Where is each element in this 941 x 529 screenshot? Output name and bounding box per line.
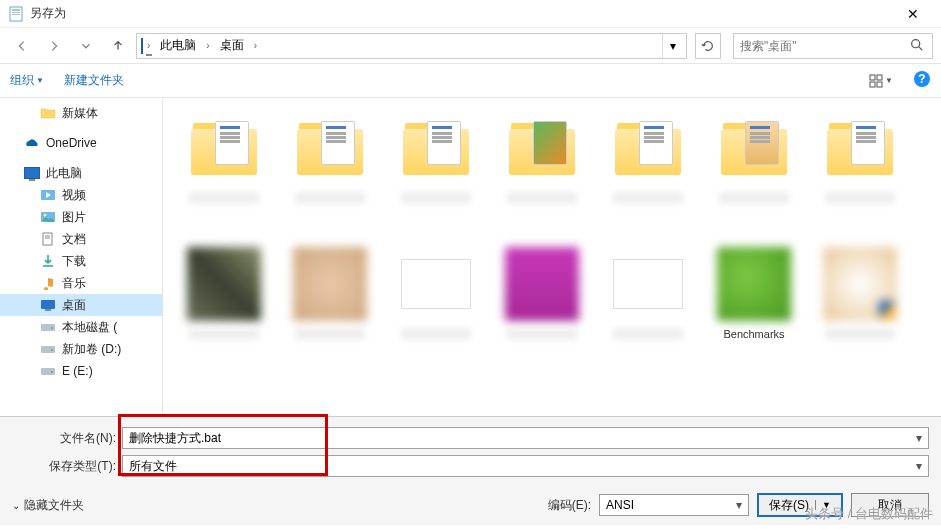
svg-rect-7 [877,75,882,80]
filename-label: 文件名(N): [12,430,116,447]
navigation-bar: › 此电脑 › 桌面 › ▾ [0,28,941,64]
tree-item[interactable]: 新加卷 (D:) [0,338,162,360]
tree-item[interactable]: 本地磁盘 ( [0,316,162,338]
folder-item[interactable] [391,108,481,238]
folder-item[interactable] [179,108,269,238]
file-item[interactable] [815,244,905,374]
organize-menu[interactable]: 组织 ▼ [10,72,44,89]
pc-icon [141,39,143,53]
onedrive-icon [24,135,40,151]
hide-folders-toggle[interactable]: ⌄ 隐藏文件夹 [12,497,84,514]
chevron-right-icon[interactable]: › [147,40,150,51]
folder-item[interactable] [285,108,375,238]
search-input[interactable] [740,39,906,53]
action-bar: ⌄ 隐藏文件夹 编码(E): ANSI 保存(S) ▼ 取消 [0,489,941,525]
svg-rect-3 [12,14,20,15]
navigation-tree: 新媒体 OneDrive 此电脑 视频 图片 文档 下载 音乐 桌面 本地磁盘 … [0,98,163,416]
desktop-icon [40,297,56,313]
filetype-label: 保存类型(T): [12,458,116,475]
filename-input[interactable]: 删除快捷方式.bat [122,427,929,449]
svg-line-5 [918,46,921,49]
documents-icon [40,231,56,247]
svg-point-15 [44,214,47,217]
svg-text:?: ? [918,72,925,86]
help-button[interactable]: ? [913,70,931,92]
svg-point-4 [911,39,919,47]
up-button[interactable] [104,32,132,60]
main-body: 新媒体 OneDrive 此电脑 视频 图片 文档 下载 音乐 桌面 本地磁盘 … [0,98,941,416]
tree-item[interactable]: 文档 [0,228,162,250]
file-list[interactable]: Benchmarks [163,98,941,416]
breadcrumb-desktop[interactable]: 桌面 [214,35,250,56]
chevron-right-icon[interactable]: › [254,40,257,51]
save-button[interactable]: 保存(S) ▼ [757,493,843,517]
folder-icon [40,105,56,121]
svg-rect-23 [41,346,55,353]
video-icon [40,187,56,203]
tree-item[interactable]: 下载 [0,250,162,272]
encoding-select[interactable]: ANSI [599,494,749,516]
svg-rect-19 [41,300,55,309]
tree-item[interactable]: 视频 [0,184,162,206]
view-options-button[interactable]: ▼ [869,69,893,93]
recent-dropdown[interactable] [72,32,100,60]
tree-item[interactable]: 新媒体 [0,102,162,124]
file-item[interactable] [285,244,375,374]
window-title: 另存为 [30,5,893,22]
search-box[interactable] [733,33,933,59]
disk-icon [40,363,56,379]
breadcrumb-pc[interactable]: 此电脑 [154,35,202,56]
folder-item[interactable] [709,108,799,238]
app-icon [8,6,24,22]
tree-item-pc[interactable]: 此电脑 [0,162,162,184]
chevron-down-icon: ⌄ [12,500,20,511]
encoding-label: 编码(E): [548,497,591,514]
svg-rect-1 [12,9,20,11]
svg-point-22 [51,327,53,329]
close-button[interactable]: ✕ [893,6,933,22]
toolbar: 组织 ▼ 新建文件夹 ▼ ? [0,64,941,98]
svg-point-26 [51,371,53,373]
pc-icon [24,165,40,181]
tree-item-desktop[interactable]: 桌面 [0,294,162,316]
tree-item[interactable]: E (E:) [0,360,162,382]
file-item[interactable] [603,244,693,374]
title-bar: 另存为 ✕ [0,0,941,28]
search-icon[interactable] [906,38,926,54]
svg-rect-25 [41,368,55,375]
svg-rect-2 [12,12,20,13]
folder-item[interactable] [603,108,693,238]
tree-item[interactable]: 图片 [0,206,162,228]
folder-item[interactable] [815,108,905,238]
filetype-select[interactable]: 所有文件 [122,455,929,477]
disk-icon [40,341,56,357]
refresh-button[interactable] [695,33,721,59]
file-item[interactable] [497,244,587,374]
disk-icon [40,319,56,335]
address-dropdown[interactable]: ▾ [662,34,682,58]
address-bar[interactable]: › 此电脑 › 桌面 › ▾ [136,33,687,59]
svg-rect-9 [877,82,882,87]
svg-rect-21 [41,324,55,331]
back-button[interactable] [8,32,36,60]
new-folder-button[interactable]: 新建文件夹 [64,72,124,89]
tree-item-onedrive[interactable]: OneDrive [0,132,162,154]
forward-button[interactable] [40,32,68,60]
cancel-button[interactable]: 取消 [851,493,929,517]
tree-item[interactable]: 音乐 [0,272,162,294]
pictures-icon [40,209,56,225]
file-item[interactable] [391,244,481,374]
svg-rect-20 [45,309,51,311]
svg-rect-8 [870,82,875,87]
svg-rect-6 [870,75,875,80]
svg-rect-16 [43,233,52,245]
downloads-icon [40,253,56,269]
chevron-right-icon[interactable]: › [206,40,209,51]
folder-item[interactable] [497,108,587,238]
split-dropdown-icon: ▼ [815,500,831,510]
music-icon [40,275,56,291]
file-item[interactable]: Benchmarks [709,244,799,374]
file-label: Benchmarks [723,328,784,340]
svg-point-24 [51,349,53,351]
file-item[interactable] [179,244,269,374]
